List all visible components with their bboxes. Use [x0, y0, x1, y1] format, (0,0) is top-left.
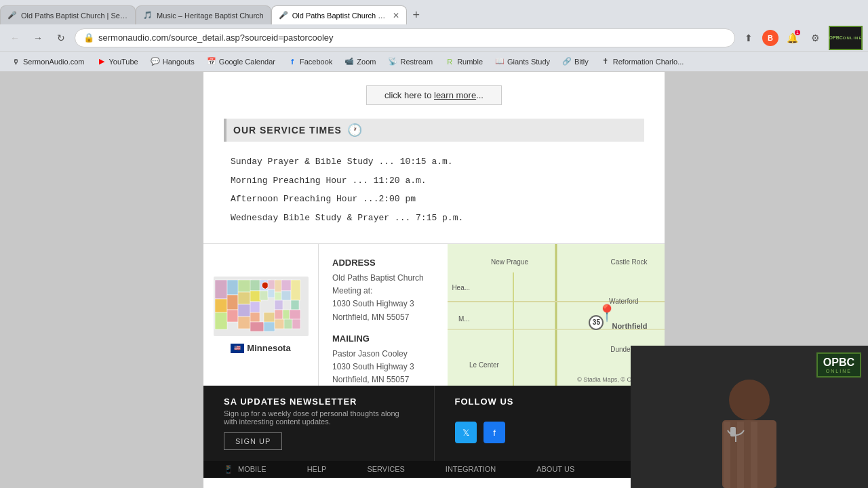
learn-more-button[interactable]: click here to learn more...	[366, 85, 502, 105]
map-town-5: Le Center	[469, 361, 499, 369]
church-city: Northfield, MN 55057	[332, 312, 409, 322]
rumble-favicon: R	[445, 57, 454, 66]
footer-integration: INTEGRATION	[446, 465, 496, 474]
sermonaudio-favicon: 🎙	[11, 57, 20, 66]
svg-rect-37	[292, 319, 300, 329]
bookmark-hangouts-label: Hangouts	[163, 58, 195, 66]
us-map-svg: YOU ARE HERE	[214, 277, 309, 336]
us-map: YOU ARE HERE	[214, 277, 309, 338]
reload-button[interactable]: ↻	[52, 28, 71, 47]
content-column: click here to learn more... OUR SERVICE …	[203, 72, 665, 488]
notifications-button[interactable]: 🔔 1	[783, 28, 802, 47]
footer-mobile: 📱 MOBILE	[224, 465, 267, 474]
svg-rect-24	[275, 292, 281, 300]
page-content: click here to learn more... OUR SERVICE …	[0, 72, 868, 488]
bookmark-giants-study[interactable]: 📖 Giants Study	[490, 56, 555, 68]
tab2-title: Music – Heritage Baptist Church	[157, 12, 264, 20]
tab1-title: Old Paths Baptist Church | SermonAu...	[21, 12, 128, 20]
main-container: click here to learn more... OUR SERVICE …	[0, 72, 868, 488]
bookmark-facebook[interactable]: f Facebook	[282, 56, 338, 68]
bookmark-youtube[interactable]: ▶ YouTube	[92, 56, 144, 68]
svg-rect-31	[275, 310, 283, 319]
bookmark-bitly-label: Bitly	[574, 58, 589, 66]
calendar-favicon: 📅	[207, 57, 216, 66]
video-thumbnail: OPBC ONLINE	[631, 346, 868, 488]
bitly-favicon: 🔗	[562, 57, 572, 66]
address-label: ADDRESS	[332, 258, 434, 268]
zoom-favicon: 📹	[344, 57, 354, 66]
facebook-social-button[interactable]: f	[484, 422, 505, 443]
restream-favicon: 📡	[388, 57, 397, 66]
tab-3[interactable]: 🎤 Old Paths Baptist Church | Sermo... ✕	[271, 5, 407, 24]
footer-help-label: HELP	[307, 465, 327, 473]
browser-toolbar: ← → ↻ 🔒 sermonaudio.com/source_detail.as…	[0, 24, 868, 52]
url-text: sermonaudio.com/source_detail.asp?source…	[98, 33, 726, 43]
share-button[interactable]: ⬆	[739, 28, 758, 47]
footer-section: SA UPDATES NEWSLETTER Sign up for a week…	[203, 386, 665, 461]
service-item-1: Sunday Prayer & Bible Study ... 10:15 a.…	[231, 155, 637, 169]
svg-rect-9	[238, 304, 250, 317]
twitter-button[interactable]: 𝕏	[455, 422, 477, 443]
svg-rect-11	[250, 280, 261, 291]
svg-rect-15	[250, 322, 264, 331]
tab-2[interactable]: 🎵 Music – Heritage Baptist Church	[136, 5, 271, 24]
clock-icon: 🕐	[347, 123, 362, 138]
new-tab-button[interactable]: +	[407, 5, 426, 24]
youtube-favicon: ▶	[97, 57, 106, 66]
bookmark-bitly[interactable]: 🔗 Bitly	[557, 56, 594, 68]
map-section: YOU ARE HERE	[203, 243, 665, 386]
lock-icon: 🔒	[83, 33, 94, 43]
tab-1[interactable]: 🎤 Old Paths Baptist Church | SermonAu...	[0, 5, 136, 24]
svg-rect-14	[250, 312, 260, 322]
bookmark-sermonaudio[interactable]: 🎙 SermonAudio.com	[5, 56, 90, 68]
back-button[interactable]: ←	[5, 28, 24, 47]
mobile-icon: 📱	[224, 465, 233, 474]
opbc-video-logo: OPBC ONLINE	[816, 352, 861, 378]
map-town-1: New Prague	[491, 258, 528, 266]
bookmark-calendar[interactable]: 📅 Google Calendar	[201, 56, 281, 68]
service-list: Sunday Prayer & Bible Study ... 10:15 a.…	[224, 155, 644, 224]
footer-bottom: 📱 MOBILE HELP SERVICES INTEGRATION ABOUT…	[203, 461, 665, 478]
map-label-partial: Hea...	[452, 284, 470, 291]
mailing-text-block: Pastor Jason Cooley 1030 South Highway 3…	[332, 348, 434, 386]
address-bar[interactable]: 🔒 sermonaudio.com/source_detail.asp?sour…	[75, 28, 735, 47]
service-item-3: Afternoon Preaching Hour ...2:00 pm	[231, 192, 637, 206]
opbc-online-text: ONLINE	[826, 369, 852, 373]
forward-button[interactable]: →	[28, 28, 47, 47]
svg-rect-13	[250, 302, 260, 312]
opbc-logo: OPBC ONLINE	[829, 26, 863, 50]
map-location-pin: 📍	[597, 304, 617, 323]
map-label-m: M...	[458, 315, 470, 323]
bookmark-restream-label: Restream	[400, 58, 433, 66]
tab3-close-icon[interactable]: ✕	[393, 11, 399, 20]
toolbar-right: ⬆ B 🔔 1 ⚙ OPBC ONLINE	[739, 26, 863, 50]
bookmark-sermonaudio-label: SermonAudio.com	[23, 58, 85, 66]
svg-rect-35	[275, 319, 284, 329]
map-town-northfield: Northfield	[612, 322, 647, 330]
svg-point-38	[729, 380, 770, 420]
svg-rect-4	[227, 280, 239, 295]
bookmark-restream[interactable]: 📡 Restream	[382, 56, 438, 68]
service-times-section: click here to learn more... OUR SERVICE …	[203, 72, 665, 243]
bookmark-zoom[interactable]: 📹 Zoom	[339, 56, 381, 68]
svg-rect-27	[291, 280, 300, 300]
church-name: Old Paths Baptist Church	[332, 273, 424, 283]
bookmark-reformation[interactable]: ✝ Reformation Charlo...	[595, 56, 690, 68]
extensions-button[interactable]: ⚙	[806, 28, 825, 47]
mn-flag: 🇺🇸	[231, 344, 244, 353]
bookmark-rumble[interactable]: R Rumble	[439, 56, 488, 68]
address-text-block: Old Paths Baptist Church Meeting at: 103…	[332, 272, 434, 324]
pastor-name: Pastor Jason Cooley	[332, 349, 408, 359]
bookmark-hangouts[interactable]: 💬 Hangouts	[145, 56, 200, 68]
service-item-4: Wednesday Bible Study & Prayer ... 7:15 …	[231, 211, 637, 225]
map-town-2: Castle Rock	[611, 258, 648, 266]
svg-rect-10	[238, 317, 250, 329]
facebook-favicon: f	[288, 57, 297, 66]
svg-rect-28	[291, 300, 299, 310]
svg-rect-25	[281, 280, 292, 291]
video-overlay[interactable]: OPBC ONLINE	[631, 346, 868, 488]
brave-icon[interactable]: B	[762, 30, 778, 46]
footer-newsletter: SA UPDATES NEWSLETTER Sign up for a week…	[203, 386, 435, 461]
mailing-street: 1030 South Highway 3	[332, 362, 414, 371]
signup-button[interactable]: SIGN UP	[224, 432, 282, 450]
